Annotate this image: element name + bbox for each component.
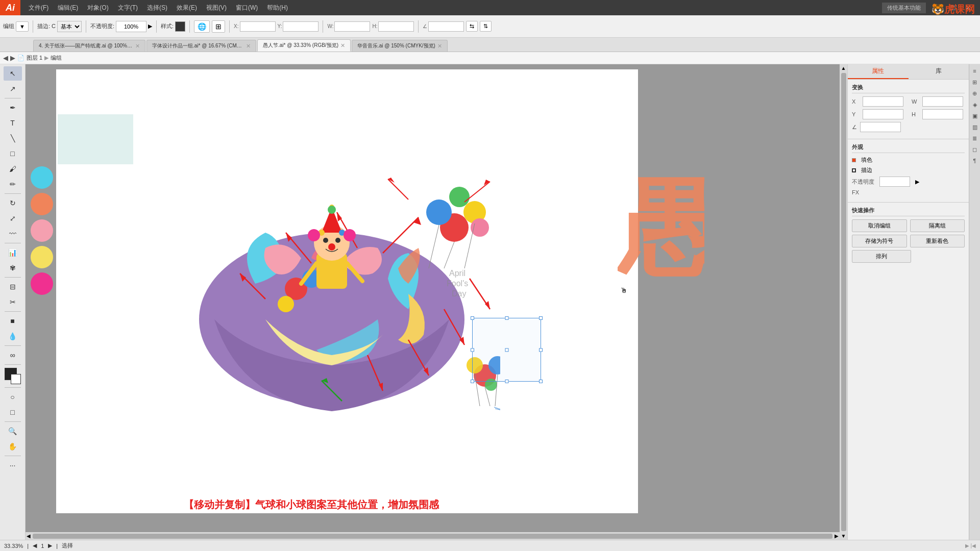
w-prop-input[interactable]: 177.748 (922, 96, 963, 107)
blend-tool[interactable]: ∞ (4, 348, 22, 362)
line-tool[interactable]: ╲ (4, 131, 22, 145)
tab-3[interactable]: 愚人节.ai* @ 33.33% (RGB/预览) ✕ (257, 39, 351, 52)
panel-icon-7[interactable]: ≣ (970, 134, 979, 143)
swatch-cyan[interactable] (31, 166, 53, 189)
zoom-tool[interactable]: 🔍 (4, 424, 22, 438)
swatch-pink[interactable] (31, 219, 53, 242)
recolor-btn[interactable]: 重新着色 (910, 235, 965, 247)
rotate-tool[interactable]: ↻ (4, 196, 22, 210)
ungroup-btn[interactable]: 取消编组 (852, 219, 907, 232)
panel-icon-4[interactable]: ◈ (970, 100, 979, 109)
angle-input[interactable]: 90.54 (428, 21, 464, 32)
menu-edit[interactable]: 编辑(E) (54, 2, 82, 14)
svg-point-5 (471, 218, 489, 237)
menu-help[interactable]: 帮助(H) (263, 2, 292, 14)
more-tools-btn[interactable]: ··· (4, 458, 22, 472)
opacity-expand-btn[interactable]: ▶ (915, 179, 919, 185)
slice-tool[interactable]: ✂ (4, 295, 22, 309)
quick-actions-section: 快速操作 取消编组 隔离组 存储为符号 重新着色 排列 (848, 202, 969, 269)
type-tool[interactable]: T (4, 116, 22, 130)
tab-3-close[interactable]: ✕ (340, 42, 345, 49)
tab-2-close[interactable]: ✕ (246, 43, 251, 49)
scroll-down-btn[interactable]: ▼ (840, 532, 847, 540)
panel-icon-3[interactable]: ⊕ (970, 89, 979, 98)
panel-icon-6[interactable]: ▥ (970, 122, 979, 132)
scroll-up-btn[interactable]: ▲ (840, 64, 847, 72)
h-prop-input[interactable]: 126.797 (922, 109, 963, 119)
zoom-level[interactable]: 33.33% (4, 543, 23, 549)
artboard-nav-next[interactable]: ▶ (48, 542, 52, 549)
isolate-btn[interactable]: 隔离组 (910, 219, 965, 232)
panel-icon-9[interactable]: ¶ (970, 156, 979, 165)
arrange-btn[interactable]: 排列 (852, 250, 911, 263)
normal-mode-btn[interactable]: ○ (4, 390, 22, 404)
v-scrollbar[interactable]: ▲ ▼ (840, 64, 847, 540)
nav-forward-btn[interactable]: ▶ (10, 54, 15, 62)
select-btn[interactable]: ▼ (16, 21, 29, 32)
direct-select-tool[interactable]: ↗ (4, 82, 22, 96)
menu-window[interactable]: 窗口(W) (232, 2, 262, 14)
shape-tool[interactable]: □ (4, 146, 22, 161)
panel-icon-8[interactable]: ◻ (970, 145, 979, 154)
eyedropper-tool[interactable]: 💧 (4, 329, 22, 343)
qa-row-1: 取消编组 隔离组 (852, 219, 965, 232)
opacity-row-input[interactable]: 100% (879, 177, 910, 187)
globe-btn[interactable]: 🌐 (194, 20, 210, 33)
swatch-yellow[interactable] (31, 246, 53, 268)
symbol-tool[interactable]: ✾ (4, 261, 22, 275)
tab-1-close[interactable]: ✕ (135, 43, 140, 49)
scroll-thumb[interactable] (841, 73, 846, 531)
h-scrollbar[interactable]: ◀ ▶ (26, 532, 840, 540)
y-input[interactable]: 2570.815 (283, 21, 318, 32)
properties-tab[interactable]: 属性 (848, 64, 909, 79)
background-color[interactable] (11, 374, 21, 384)
y-prop-input[interactable]: 2570.815 (863, 109, 903, 119)
menu-file[interactable]: 文件(F) (24, 2, 53, 14)
menu-select[interactable]: 选择(S) (143, 2, 172, 14)
panel-icon-1[interactable]: ≡ (970, 66, 979, 76)
gradient-tool[interactable]: ■ (4, 314, 22, 328)
select-tool[interactable]: ↖ (4, 66, 22, 81)
flip-v-btn[interactable]: ⇅ (480, 21, 492, 32)
workspace-label[interactable]: 传统基本功能 (882, 3, 926, 13)
nav-back-btn[interactable]: ◀ (3, 54, 8, 62)
opacity-input[interactable] (116, 21, 146, 32)
x-prop-input[interactable]: 1999.42 (863, 96, 903, 107)
pencil-tool[interactable]: ✏ (4, 177, 22, 191)
scroll-right-btn[interactable]: ▶ (834, 532, 840, 540)
hand-tool[interactable]: ✋ (4, 439, 22, 454)
scroll-left-btn[interactable]: ◀ (26, 532, 32, 540)
library-tab[interactable]: 库 (909, 64, 969, 79)
panel-icon-5[interactable]: ▣ (970, 111, 979, 120)
angle-prop-input[interactable]: 90.54 (860, 122, 901, 132)
graph-tool[interactable]: 📊 (4, 245, 22, 260)
warp-tool[interactable]: 〰 (4, 227, 22, 241)
tab-2[interactable]: 字体设计作品一组.ai* @ 16.67% (CMYK/预览) ✕ (146, 40, 256, 52)
stroke-select[interactable]: 基本 (57, 21, 82, 32)
swatch-orange[interactable] (31, 193, 53, 215)
h-scroll-thumb[interactable] (33, 534, 832, 539)
x-input[interactable]: 1999.42 (240, 21, 276, 32)
menu-text[interactable]: 文字(T) (114, 2, 142, 14)
artboard-nav-prev[interactable]: ◀ (33, 542, 37, 549)
panel-icon-2[interactable]: ⊞ (970, 78, 979, 87)
fill-swatch[interactable] (852, 158, 856, 162)
paintbrush-tool[interactable]: 🖌 (4, 162, 22, 176)
flip-h-btn[interactable]: ⇆ (466, 21, 478, 32)
tab-4-close[interactable]: ✕ (437, 43, 442, 49)
menu-effect[interactable]: 效果(E) (173, 2, 201, 14)
grid-btn[interactable]: ⊞ (212, 20, 225, 33)
scale-tool[interactable]: ⤢ (4, 211, 22, 226)
menu-view[interactable]: 视图(V) (202, 2, 231, 14)
screen-mode-btn[interactable]: □ (4, 405, 22, 419)
menu-object[interactable]: 对象(O) (83, 2, 112, 14)
w-input[interactable]: 177.748 (334, 21, 370, 32)
artboard-tool[interactable]: ⊟ (4, 280, 22, 294)
pen-tool[interactable]: ✒ (4, 101, 22, 115)
h-input[interactable]: 126.797 (378, 21, 414, 32)
swatch-hotpink[interactable] (31, 272, 53, 295)
save-symbol-btn[interactable]: 存储为符号 (852, 235, 907, 247)
tab-1[interactable]: 4. 关于纸张——国产特纸鸢.ai @ 100% (CMYK/预览) ✕ (33, 40, 145, 52)
stroke-swatch[interactable] (852, 168, 856, 172)
tab-4[interactable]: 华音音乐.ai @ 150% (CMYK/预览) ✕ (352, 40, 448, 52)
